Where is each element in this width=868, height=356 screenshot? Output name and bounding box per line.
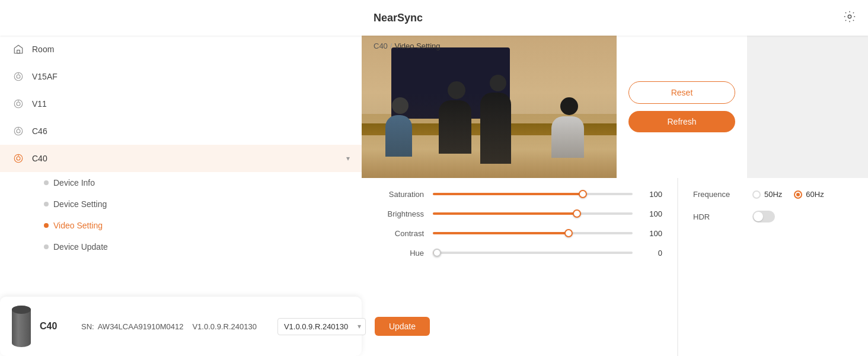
content-area: Room V15AF (0, 36, 868, 356)
version-select-container[interactable]: V1.0.0.9.R.240130 (277, 318, 366, 335)
device-icon-c46 (12, 125, 25, 138)
contrast-label: Contrast (376, 229, 424, 238)
hue-slider[interactable] (433, 252, 633, 255)
svg-point-9 (17, 129, 20, 133)
device-icon-c40 (12, 152, 25, 165)
svg-point-0 (848, 15, 851, 18)
hdr-row: HDR (693, 211, 853, 223)
brightness-value: 100 (642, 209, 662, 218)
contrast-row: Contrast 100 (376, 229, 662, 238)
freq-50hz-label: 50Hz (764, 190, 782, 199)
svg-point-6 (17, 102, 20, 106)
svg-point-12 (17, 157, 20, 160)
breadcrumb-separator: / (390, 42, 392, 50)
frequency-row: Frequence 50Hz 60Hz (693, 190, 853, 199)
refresh-button[interactable]: Refresh (628, 111, 735, 132)
saturation-label: Saturation (376, 190, 424, 199)
contrast-value: 100 (642, 229, 662, 238)
submenu-device-info[interactable]: Device Info (32, 172, 362, 193)
contrast-track (433, 232, 633, 234)
freq-50hz-option[interactable]: 50Hz (752, 190, 782, 199)
device-update-bar: C40 SN: AW34LCAA91910M0412 V1.0.0.9.R.24… (0, 297, 362, 356)
device-icon-v11 (12, 97, 25, 110)
update-button[interactable]: Update (375, 317, 430, 336)
contrast-fill (433, 232, 569, 234)
brightness-row: Brightness 100 (376, 209, 662, 218)
v15af-label: V15AF (32, 72, 350, 81)
frequency-label: Frequence (693, 190, 741, 199)
dot-device-setting (44, 202, 49, 206)
saturation-fill (433, 193, 583, 195)
sidebar-wrapper: Room V15AF (0, 36, 362, 356)
dot-device-info (44, 180, 49, 185)
freq-60hz-label: 60Hz (806, 190, 824, 199)
sidebar: Room V15AF (0, 36, 362, 258)
video-setting-label: Video Setting (53, 221, 103, 230)
submenu-device-update[interactable]: Device Update (32, 236, 362, 258)
version-select[interactable]: V1.0.0.9.R.240130 (277, 318, 366, 335)
dot-video-setting (44, 223, 49, 228)
sn-label: SN: (81, 322, 94, 331)
brightness-label: Brightness (376, 209, 424, 218)
device-image (12, 306, 31, 347)
device-setting-label: Device Setting (53, 199, 107, 209)
contrast-slider[interactable] (433, 232, 633, 236)
device-info-label: Device Info (53, 178, 95, 187)
breadcrumb: C40 / Video Setting (362, 36, 452, 56)
submenu-video-setting[interactable]: Video Setting (32, 215, 362, 236)
sidebar-item-c46[interactable]: C46 (0, 117, 362, 145)
hdr-label: HDR (693, 212, 741, 221)
hue-track (433, 252, 633, 254)
hdr-toggle[interactable] (752, 211, 775, 223)
contrast-thumb (564, 229, 573, 237)
v11-label: V11 (32, 99, 350, 109)
device-sn-section: SN: AW34LCAA91910M0412 (81, 322, 183, 331)
bottom-panels: Saturation 100 Brightness (362, 178, 868, 356)
c40-submenu: Device Info Device Setting Video Setting… (0, 172, 362, 258)
freq-50hz-radio (752, 190, 761, 199)
device-update-label: Device Update (53, 242, 108, 252)
brightness-slider[interactable] (433, 212, 633, 216)
sidebar-item-room[interactable]: Room (0, 36, 362, 63)
svg-point-3 (17, 75, 20, 78)
brightness-fill (433, 212, 577, 215)
brightness-thumb (573, 209, 581, 218)
freq-60hz-option[interactable]: 60Hz (794, 190, 824, 199)
hdr-toggle-thumb (754, 212, 763, 221)
main-content: C40 / Video Setting (362, 36, 868, 356)
room-label: Room (32, 44, 350, 54)
device-name: C40 (40, 321, 63, 332)
top-bar: NearSync (0, 0, 868, 36)
hue-value: 0 (642, 249, 662, 258)
sn-value: AW34LCAA91910M0412 (98, 322, 184, 331)
submenu-device-setting[interactable]: Device Setting (32, 193, 362, 215)
freq-hdr-panel: Frequence 50Hz 60Hz HDR (678, 178, 868, 356)
hue-row: Hue 0 (376, 249, 662, 258)
reset-button[interactable]: Reset (628, 81, 735, 104)
chevron-down-icon: ▾ (346, 154, 350, 163)
breadcrumb-parent: C40 (374, 42, 388, 50)
home-icon (12, 43, 25, 56)
meeting-scene (362, 36, 617, 178)
saturation-thumb (579, 190, 587, 198)
breadcrumb-current: Video Setting (394, 42, 440, 50)
hue-thumb (433, 249, 441, 257)
saturation-slider[interactable] (433, 193, 633, 196)
dot-device-update (44, 244, 49, 249)
top-content-row: Reset Refresh (362, 36, 868, 178)
saturation-value: 100 (642, 190, 662, 199)
sidebar-item-c40[interactable]: C40 ▾ (0, 145, 362, 172)
scene-overlay (362, 93, 617, 178)
sidebar-item-v15af[interactable]: V15AF (0, 63, 362, 90)
svg-rect-1 (17, 50, 20, 53)
saturation-track (433, 193, 633, 195)
sidebar-item-v11[interactable]: V11 (0, 90, 362, 117)
c46-label: C46 (32, 126, 350, 136)
frequency-radio-group: 50Hz 60Hz (752, 190, 824, 199)
brightness-track (433, 212, 633, 215)
reset-refresh-panel: Reset Refresh (617, 36, 747, 178)
device-icon-v15af (12, 70, 25, 83)
settings-icon[interactable] (843, 10, 856, 26)
c40-label: C40 (32, 154, 339, 163)
version-main: V1.0.0.9.R.240130 (192, 322, 256, 331)
